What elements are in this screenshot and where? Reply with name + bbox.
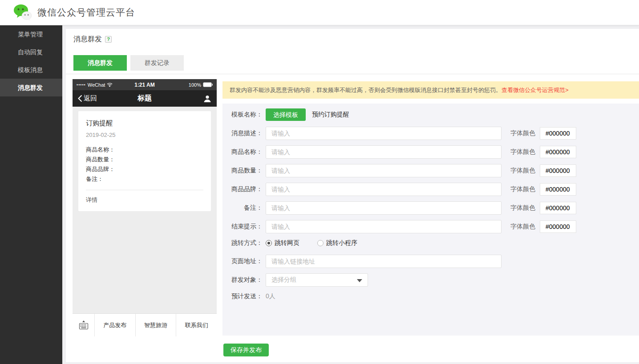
product-name-input[interactable] bbox=[266, 145, 501, 159]
page-url-row: 页面地址： bbox=[222, 255, 639, 268]
product-brand-label: 商品品牌： bbox=[222, 185, 266, 193]
card-title: 订购提醒 bbox=[86, 119, 203, 128]
page-url-input[interactable] bbox=[266, 255, 501, 268]
font-color-label: 字体颜色 bbox=[510, 185, 535, 193]
product-name-label: 商品名称： bbox=[222, 148, 266, 156]
back-button[interactable]: 返回 bbox=[78, 94, 118, 103]
remark-color-input[interactable] bbox=[540, 202, 576, 214]
phone-menu-bar: 产品发布 智慧旅游 联系我们 bbox=[73, 313, 217, 336]
product-name-color-input[interactable] bbox=[540, 146, 576, 158]
user-icon[interactable] bbox=[203, 95, 211, 103]
jump-type-label: 跳转方式： bbox=[222, 239, 266, 247]
app-header: 微信公众号管理云平台 bbox=[0, 0, 639, 25]
radio-jump-webpage[interactable] bbox=[266, 240, 272, 246]
card-date: 2019-02-25 bbox=[86, 132, 203, 138]
remark-input[interactable] bbox=[266, 201, 501, 215]
card-field: 商品数量： bbox=[86, 155, 203, 164]
template-name-row: 模板名称： 选择模板 预约订购提醒 bbox=[222, 108, 639, 121]
estimate-row: 预计发送： 0人 bbox=[222, 292, 639, 301]
radio-jump-miniprogram[interactable] bbox=[317, 240, 324, 246]
phone-message-area: 订购提醒 2019-02-25 商品名称： 商品数量： 商品品牌： 备注： 详情 bbox=[73, 107, 217, 313]
remark-row: 备注： 字体颜色 bbox=[222, 201, 639, 215]
page-title: 消息群发 bbox=[73, 35, 102, 44]
page-url-label: 页面地址： bbox=[222, 257, 266, 265]
product-qty-label: 商品数量： bbox=[222, 167, 266, 175]
end-tip-row: 结束提示： 字体颜色 bbox=[222, 220, 639, 233]
tab-bar: 消息群发 群发记录 bbox=[73, 55, 184, 71]
help-icon[interactable]: ? bbox=[105, 36, 112, 43]
notice-text: 群发内容不能涉及恶意营销内容，群发频率不能过高，否则会受到微信模版消息接口封禁甚… bbox=[230, 86, 501, 94]
wechat-logo-icon bbox=[13, 4, 32, 21]
font-color-label: 字体颜色 bbox=[510, 129, 535, 137]
chevron-down-icon bbox=[357, 279, 362, 282]
card-detail-link[interactable]: 详情 bbox=[86, 196, 203, 204]
product-qty-row: 商品数量： 字体颜色 bbox=[222, 164, 639, 177]
estimate-value: 0人 bbox=[266, 292, 275, 300]
product-brand-row: 商品品牌： 字体颜色 bbox=[222, 183, 639, 196]
phone-menu-item-travel[interactable]: 智慧旅游 bbox=[136, 314, 177, 336]
save-and-publish-button[interactable]: 保存并发布 bbox=[223, 344, 269, 356]
radio-jump-webpage-label[interactable]: 跳转网页 bbox=[275, 239, 299, 247]
radio-jump-miniprogram-label[interactable]: 跳转小程序 bbox=[326, 239, 357, 247]
carrier-label: WeChat bbox=[88, 82, 105, 88]
font-color-label: 字体颜色 bbox=[510, 204, 535, 212]
phone-status-bar: ••••• WeChat 1:21 AM 100% bbox=[73, 79, 217, 90]
keyboard-icon bbox=[78, 320, 89, 330]
notice-banner: 群发内容不能涉及恶意营销内容，群发频率不能过高，否则会受到微信模版消息接口封禁甚… bbox=[222, 81, 639, 99]
estimate-label: 预计发送： bbox=[222, 292, 266, 300]
template-name-value: 预约订购提醒 bbox=[312, 111, 349, 119]
message-desc-input[interactable] bbox=[266, 127, 501, 140]
phone-nav-bar: 返回 标题 bbox=[73, 90, 217, 107]
chevron-left-icon bbox=[78, 95, 82, 102]
keyboard-toggle[interactable] bbox=[73, 314, 95, 336]
product-brand-input[interactable] bbox=[266, 183, 501, 196]
sidebar: 菜单管理 自动回复 模板消息 消息群发 bbox=[0, 25, 62, 364]
target-group-row: 群发对象： 选择分组 bbox=[222, 273, 639, 287]
card-divider bbox=[86, 190, 203, 190]
end-tip-color-input[interactable] bbox=[540, 220, 576, 233]
tab-send-history[interactable]: 群发记录 bbox=[130, 55, 184, 71]
sidebar-item-mass-message[interactable]: 消息群发 bbox=[0, 79, 62, 96]
operation-rules-link[interactable]: 查看微信公众号运营规范> bbox=[501, 86, 569, 94]
page-title-row: 消息群发 ? bbox=[73, 35, 112, 44]
remark-label: 备注： bbox=[222, 204, 266, 212]
phone-nav-title: 标题 bbox=[118, 94, 171, 103]
battery-percent: 100% bbox=[189, 82, 201, 88]
phone-menu-item-product[interactable]: 产品发布 bbox=[95, 314, 136, 336]
choose-template-button[interactable]: 选择模板 bbox=[266, 108, 306, 121]
template-name-label: 模板名称： bbox=[222, 111, 266, 119]
tabs-divider bbox=[66, 74, 639, 74]
status-time: 1:21 AM bbox=[125, 82, 164, 88]
template-message-card[interactable]: 订购提醒 2019-02-25 商品名称： 商品数量： 商品品牌： 备注： 详情 bbox=[78, 111, 211, 211]
sidebar-item-auto-reply[interactable]: 自动回复 bbox=[0, 43, 62, 61]
end-tip-input[interactable] bbox=[266, 220, 501, 233]
product-qty-input[interactable] bbox=[266, 164, 501, 177]
group-select[interactable]: 选择分组 bbox=[266, 273, 368, 287]
card-field: 商品名称： bbox=[86, 145, 203, 155]
battery-icon bbox=[203, 82, 213, 87]
message-desc-color-input[interactable] bbox=[540, 127, 576, 140]
message-desc-label: 消息描述： bbox=[222, 129, 266, 137]
phone-menu-item-contact[interactable]: 联系我们 bbox=[176, 314, 217, 336]
sidebar-item-template-message[interactable]: 模板消息 bbox=[0, 61, 62, 79]
sidebar-item-menu-management[interactable]: 菜单管理 bbox=[0, 25, 62, 43]
jump-type-row: 跳转方式： 跳转网页 跳转小程序 bbox=[222, 239, 639, 248]
mass-message-form: 模板名称： 选择模板 预约订购提醒 消息描述： 字体颜色 商品名称： 字体颜色 … bbox=[222, 104, 639, 336]
card-fields: 商品名称： 商品数量： 商品品牌： 备注： bbox=[86, 145, 203, 184]
product-brand-color-input[interactable] bbox=[540, 183, 576, 196]
wifi-icon bbox=[107, 83, 113, 87]
card-field: 备注： bbox=[86, 174, 203, 184]
font-color-label: 字体颜色 bbox=[510, 148, 535, 156]
product-qty-color-input[interactable] bbox=[540, 164, 576, 177]
tab-mass-message[interactable]: 消息群发 bbox=[73, 55, 127, 71]
app-title: 微信公众号管理云平台 bbox=[37, 6, 135, 19]
message-desc-row: 消息描述： 字体颜色 bbox=[222, 127, 639, 140]
phone-preview: ••••• WeChat 1:21 AM 100% bbox=[73, 79, 217, 336]
group-select-placeholder: 选择分组 bbox=[271, 276, 296, 284]
signal-dots: ••••• bbox=[77, 83, 86, 87]
main-content-panel: 消息群发 ? 消息群发 群发记录 ••••• WeChat 1:21 AM 10… bbox=[66, 29, 639, 362]
target-group-label: 群发对象： bbox=[222, 276, 266, 284]
font-color-label: 字体颜色 bbox=[510, 223, 535, 231]
font-color-label: 字体颜色 bbox=[510, 167, 535, 175]
back-label: 返回 bbox=[84, 94, 97, 103]
